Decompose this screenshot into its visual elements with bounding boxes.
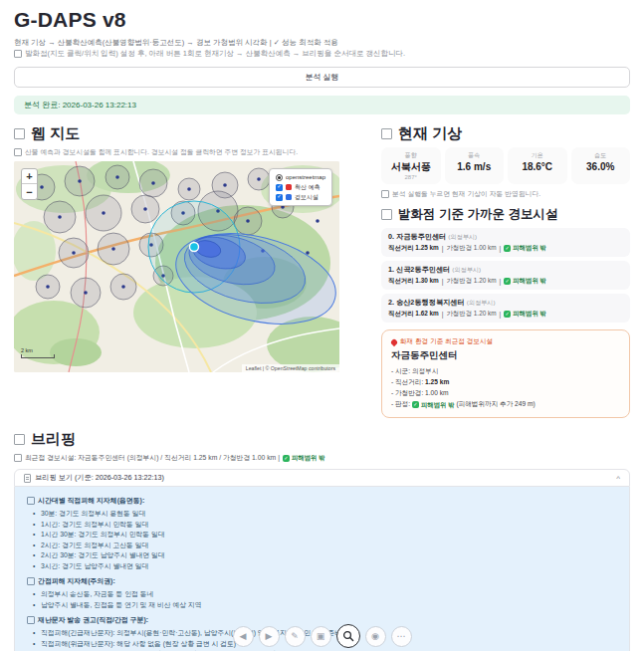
check-icon: ✓ [283,455,290,462]
facilities-section-title: 발화점 기준 가까운 경보시설 [381,206,630,223]
more-button[interactable]: ⋯ [391,626,412,647]
ignition-point[interactable] [190,243,199,252]
chevron-up-icon[interactable]: ^ [616,474,620,483]
map-column: 웹 지도 산불 예측과 경보시설을 함께 표시합니다. 경보시설 점을 클릭하면… [14,124,339,418]
weather-cards: 풍향 서북서풍 287° 풍속 1.6 m/s 기온 18.6°C 습도 36.… [381,147,630,184]
scale-bar [21,354,55,358]
nearest-facility-panel: 화재 환경 기준 최근접 경보시설 자금동주민센터 - 시군: 의정부시 - 직… [381,329,630,418]
web-map-canvas[interactable]: + − openstreetmap ✓ 확산 예측 ✓ [14,161,339,372]
facility-card-0[interactable]: 0. 자금동주민센터 (의정부시) 직선거리 1.25 km| 가청반경 1.0… [381,228,630,257]
main-columns: 웹 지도 산불 예측과 경보시설을 함께 표시합니다. 경보시설 점을 클릭하면… [14,124,630,418]
overlay-row-spread[interactable]: ✓ 확산 예측 [276,182,325,192]
edit-button[interactable]: ✎ [285,626,306,647]
overlay-row-facilities[interactable]: ✓ 경보시설 [276,192,325,202]
bullet-square-icon [14,50,22,58]
weather-section-title: 현재 기상 [381,124,630,143]
humidity-card: 습도 36.0% [571,147,631,184]
check-icon: ✓ [504,278,511,285]
map-pin-icon [390,337,398,345]
wind-speed-card: 풍속 1.6 m/s [445,147,505,184]
run-analysis-button[interactable]: 분석 실행 [14,67,630,88]
section-square-icon [14,128,25,139]
out-of-damage-badge: ✓ 피해범위 밖 [504,244,546,253]
section-square-icon [381,209,392,220]
nearest-facility-name: 자금동주민센터 [391,349,620,362]
bullet-square-icon [14,454,22,462]
wind-direction-card: 풍향 서북서풍 287° [381,147,441,184]
page-title: G-DAPS v8 [14,8,630,32]
check-icon: ✓ [412,401,419,408]
analysis-status-banner: 분석 완료: 2026-03-26 13:22:13 [14,96,630,114]
bullet-square-icon [14,148,22,156]
map-zoom-control: + − [21,168,38,200]
check-icon: ✓ [504,245,511,252]
facility-card-1[interactable]: 1. 신곡2동주민센터 (의정부시) 직선거리 1.30 km| 가청반경 1.… [381,261,630,290]
usage-note: 발화점(지도 클릭/위치 입력) 설정 후, 아래 버튼 1회로 현재기상 → … [14,48,630,59]
document-icon [24,474,31,483]
spread-layer-icon [286,184,292,190]
page: G-DAPS v8 현재 기상 → 산불확산예측(산불영향범위·등고선도) → … [0,0,644,651]
pipeline-subtitle: 현재 기상 → 산불확산예측(산불영향범위·등고선도) → 경보 가청범위 시각… [14,37,630,48]
indirect-damage-list: 의정부시 송산동, 자금동 등 인접 동네 남양주시 별내동, 진접읍 등 연기… [27,589,617,610]
bullet-square-icon [381,190,389,198]
checkbox-checked-icon[interactable]: ✓ [276,194,283,201]
out-of-damage-badge: ✓ 피해범위 밖 [504,277,546,286]
briefing-section-title: 브리핑 [14,430,630,449]
map-zoom-in-button[interactable]: + [22,169,37,184]
analysis-status-text: 분석 완료: 2026-03-26 13:22:13 [24,100,136,110]
out-of-damage-badge: ✓ 피해범위 밖 [504,310,546,319]
next-button[interactable]: ▶ [259,626,280,647]
radio-selected-icon[interactable] [276,174,283,181]
temperature-card: 기온 18.6°C [508,147,567,184]
weather-note: 분석 실행을 누르면 현재 기상이 자동 반영됩니다. [381,189,630,199]
facility-layer-icon [286,194,292,200]
direct-damage-list: 30분: 경기도 의정부시 용현동 일대 1시간: 경기도 의정부시 민락동 일… [27,509,617,571]
previous-button[interactable]: ◀ [233,626,254,647]
briefing-summary: 최근접 경보시설: 자금동주민센터 (의정부시) / 직선거리 1.25 km … [14,453,630,463]
out-of-damage-badge: ✓ 피해범위 밖 [412,399,455,410]
section-square-icon [381,128,392,139]
map-layer-control: openstreetmap ✓ 확산 예측 ✓ 경보시설 [269,168,332,206]
out-of-damage-badge: ✓ 피해범위 밖 [283,454,325,463]
check-icon: ✓ [504,311,511,318]
floating-toolbar: ◀ ▶ ✎ ▣ ◉ ⋯ [233,624,412,648]
record-button[interactable]: ◉ [365,626,386,647]
map-zoom-out-button[interactable]: − [22,184,37,199]
map-scale: 2 km [21,347,55,358]
briefing-expander-header[interactable]: 브리핑 보기 (기준: 2026-03-26 13:22:13) ^ [14,469,630,487]
checkbox-checked-icon[interactable]: ✓ [276,184,283,191]
map-description: 산불 예측과 경보시설을 함께 표시합니다. 경보시설 점을 클릭하면 주변 정… [14,147,339,157]
facility-card-2[interactable]: 2. 송산2동행정복지센터 (의정부시) 직선거리 1.62 km| 가청반경 … [381,294,630,323]
map-attribution[interactable]: Leaflet | © OpenStreetMap contributors [242,364,339,372]
magnifier-icon [342,630,354,642]
magnifier-button[interactable] [336,624,360,648]
base-layer-row[interactable]: openstreetmap [276,172,325,182]
map-section-title: 웹 지도 [14,124,339,143]
snip-button[interactable]: ▣ [311,626,331,647]
section-square-icon [14,434,25,445]
info-column: 현재 기상 풍향 서북서풍 287° 풍속 1.6 m/s 기온 18.6°C [381,124,630,418]
